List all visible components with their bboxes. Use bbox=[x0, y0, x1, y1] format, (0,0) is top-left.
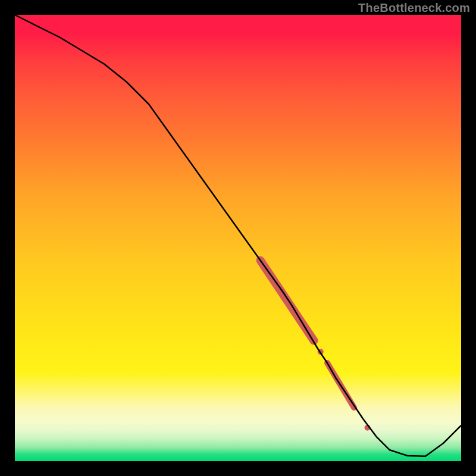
chart-frame: TheBottleneck.com bbox=[0, 0, 476, 476]
watermark-text: TheBottleneck.com bbox=[358, 1, 470, 15]
curve-line bbox=[15, 15, 461, 456]
chart-svg bbox=[15, 15, 461, 461]
